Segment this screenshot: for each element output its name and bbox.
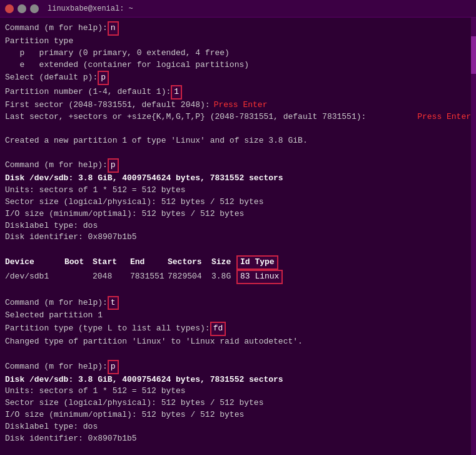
terminal-line: Partition type	[5, 36, 471, 48]
col-device: Device	[5, 257, 64, 268]
blank-line	[5, 123, 471, 135]
window-title: linuxbabe@xenial: ~	[48, 4, 133, 13]
terminal-line: Sector size (logical/physical): 512 byte…	[5, 197, 471, 208]
part-num-1: 1	[171, 85, 182, 100]
terminal-line: Disklabel type: dos	[5, 421, 471, 433]
terminal-line: I/O size (minimum/optimal): 512 bytes / …	[5, 208, 471, 220]
col-id-type-box1: Id Type	[236, 255, 278, 270]
col-start: Start	[93, 257, 130, 268]
terminal-line: Command (m for help): p	[5, 158, 471, 173]
scrollbar-thumb[interactable]	[471, 36, 476, 74]
terminal-line: e extended (container for logical partit…	[5, 59, 471, 71]
terminal-line: Command (m for help): n	[5, 21, 471, 36]
scrollbar[interactable]	[471, 18, 476, 455]
cmd-input-n: n	[108, 21, 119, 36]
maximize-btn[interactable]	[30, 4, 39, 13]
terminal-line: Partition type (type L to list all types…	[5, 322, 471, 336]
terminal-line: I/O size (minimum/optimal): 512 bytes / …	[5, 409, 471, 421]
terminal-line: Command (m for help): p	[5, 360, 471, 374]
terminal-line: Disk identifier: 0x8907b1b5	[5, 433, 471, 445]
size-1: 3.8G	[211, 271, 236, 283]
cmd-input-t: t	[108, 296, 119, 310]
press-enter-2: Press Enter	[417, 111, 471, 123]
terminal-line: Units: sectors of 1 * 512 = 512 bytes	[5, 185, 471, 197]
terminal-line: Disk /dev/sdb: 3.8 GiB, 4009754624 bytes…	[5, 173, 471, 185]
terminal-line: Units: sectors of 1 * 512 = 512 bytes	[5, 386, 471, 397]
terminal-line: Partition number (1-4, default 1): 1	[5, 85, 471, 100]
blank-line	[5, 284, 471, 296]
sectors-1: 7829504	[168, 271, 211, 283]
cmd-input-p2: p	[108, 360, 119, 374]
blank-line	[5, 348, 471, 360]
end-1: 7831551	[130, 271, 168, 283]
press-enter-1: Press Enter	[214, 100, 268, 111]
title-bar: linuxbabe@xenial: ~	[0, 0, 476, 18]
terminal-line: Sector size (logical/physical): 512 byte…	[5, 397, 471, 409]
select-p: p	[98, 71, 109, 85]
terminal-line: Last sector, +sectors or +size{K,M,G,T,P…	[5, 111, 471, 123]
dev-sdb1-1: /dev/sdb1	[5, 271, 64, 283]
cmd-prompt: Command (m for help):	[5, 23, 108, 34]
col-boot: Boot	[64, 257, 93, 268]
id-type-val-1: 83 Linux	[236, 270, 283, 284]
cmd-input-p1: p	[108, 158, 119, 173]
terminal-line: p primary (0 primary, 0 extended, 4 free…	[5, 48, 471, 59]
blank-line	[5, 146, 471, 158]
terminal-line: Command (m for help): t	[5, 296, 471, 310]
terminal-line: Disk /dev/sdb: 3.8 GiB, 4009754624 bytes…	[5, 374, 471, 386]
table-header-row: Device Boot Start End Sectors Size Id Ty…	[5, 255, 471, 270]
terminal-line: Changed type of partition 'Linux' to 'Li…	[5, 336, 471, 348]
terminal-line: Disk identifier: 0x8907b1b5	[5, 232, 471, 243]
minimize-btn[interactable]	[18, 4, 26, 13]
terminal-line: Selected partition 1	[5, 310, 471, 322]
blank-line	[5, 243, 471, 255]
terminal-line: Select (default p): p	[5, 71, 471, 85]
terminal[interactable]: Command (m for help): n Partition type p…	[0, 18, 476, 455]
terminal-line: Created a new partition 1 of type 'Linux…	[5, 135, 471, 147]
col-end: End	[130, 257, 168, 268]
terminal-line: First sector (2048-7831551, default 2048…	[5, 100, 471, 111]
table-data-row: /dev/sdb1 2048 7831551 7829504 3.8G 83 L…	[5, 270, 471, 284]
col-size: Size	[211, 257, 236, 268]
cmd-input-fd: fd	[210, 322, 226, 336]
blank-line	[5, 445, 471, 455]
terminal-line: Disklabel type: dos	[5, 220, 471, 232]
start-1: 2048	[93, 271, 130, 283]
col-sectors: Sectors	[168, 257, 211, 268]
close-btn[interactable]	[5, 4, 14, 13]
